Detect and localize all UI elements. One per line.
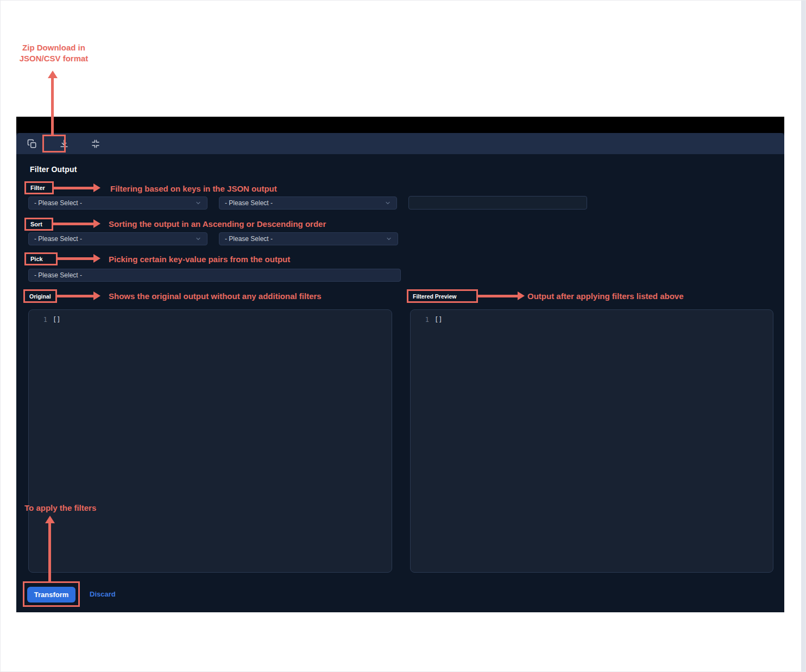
apply-arrow-head: [45, 516, 55, 523]
sort-order-select-value: - Please Select -: [225, 235, 273, 243]
code-content: []: [429, 315, 442, 324]
annotation-box-sort: Sort: [24, 218, 53, 231]
apply-annotation: To apply the filters: [24, 503, 96, 513]
zip-arrow-head: [48, 71, 58, 78]
filter-annotation: Filtering based on keys in the JSON outp…: [110, 183, 277, 194]
original-annotation: Shows the original output without any ad…: [109, 291, 322, 302]
filter-key-select-value: - Please Select -: [34, 199, 82, 207]
pick-arrow-line: [58, 257, 94, 260]
filter-operator-select-value: - Please Select -: [225, 199, 273, 207]
code-content: []: [47, 315, 60, 324]
original-editor-label: Original: [29, 293, 51, 300]
filter-operator-select[interactable]: - Please Select -: [219, 196, 397, 210]
editor-toolbar: [16, 133, 784, 154]
chevron-down-icon: [386, 236, 392, 242]
zip-arrow-line: [51, 78, 54, 135]
pick-select[interactable]: - Please Select -: [28, 269, 401, 282]
filter-key-select[interactable]: - Please Select -: [28, 196, 207, 210]
filter-section-label: Filter: [30, 185, 45, 191]
apply-arrow-line: [48, 523, 51, 581]
sort-key-select-value: - Please Select -: [34, 235, 82, 243]
annotation-box-filtered-preview: Filtered Preview: [407, 289, 478, 303]
chevron-down-icon: [195, 236, 202, 242]
sort-annotation: Sorting the output in an Ascending or De…: [109, 219, 326, 230]
transform-button[interactable]: Transform: [27, 587, 75, 603]
page-scrollbar[interactable]: [801, 0, 806, 672]
pick-select-value: - Please Select -: [34, 271, 82, 279]
filter-arrow-line: [54, 187, 94, 189]
code-line: 1 []: [411, 315, 773, 324]
filtered-arrow-line: [478, 295, 518, 297]
line-number: 1: [411, 315, 429, 324]
annotation-box-original: Original: [23, 289, 57, 303]
copy-icon[interactable]: [27, 139, 37, 149]
sort-arrow-line: [53, 223, 94, 225]
page-title: Filter Output: [30, 165, 77, 174]
pick-section-label: Pick: [30, 256, 43, 262]
zip-download-annotation: Zip Download in JSON/CSV format: [10, 42, 98, 64]
collapse-icon[interactable]: [91, 139, 100, 149]
original-arrow-head: [93, 291, 100, 300]
filter-value-input[interactable]: [408, 196, 587, 210]
window-top-bar: [16, 117, 784, 133]
pick-arrow-head: [93, 254, 100, 263]
original-code-editor[interactable]: 1 []: [28, 309, 392, 573]
sort-key-select[interactable]: - Please Select -: [28, 232, 207, 245]
line-number: 1: [29, 315, 47, 324]
annotation-box-download: [42, 135, 66, 153]
original-arrow-line: [57, 295, 94, 297]
filtered-editor-label: Filtered Preview: [413, 293, 457, 300]
sort-section-label: Sort: [30, 221, 42, 227]
annotation-box-pick: Pick: [24, 252, 58, 265]
filtered-arrow-head: [518, 291, 525, 300]
filtered-annotation: Output after applying filters listed abo…: [527, 291, 684, 302]
filtered-code-editor[interactable]: 1 []: [410, 309, 773, 573]
pick-annotation: Picking certain key-value pairs from the…: [109, 254, 290, 265]
discard-link[interactable]: Discard: [90, 590, 116, 598]
filter-arrow-head: [93, 183, 100, 192]
chevron-down-icon: [195, 200, 202, 206]
sort-arrow-head: [93, 219, 100, 228]
chevron-down-icon: [385, 200, 391, 206]
sort-order-select[interactable]: - Please Select -: [219, 232, 398, 245]
annotation-box-filter: Filter: [24, 181, 54, 194]
page: Filter Output Filter Filtering based on …: [0, 0, 806, 672]
code-line: 1 []: [29, 315, 392, 324]
